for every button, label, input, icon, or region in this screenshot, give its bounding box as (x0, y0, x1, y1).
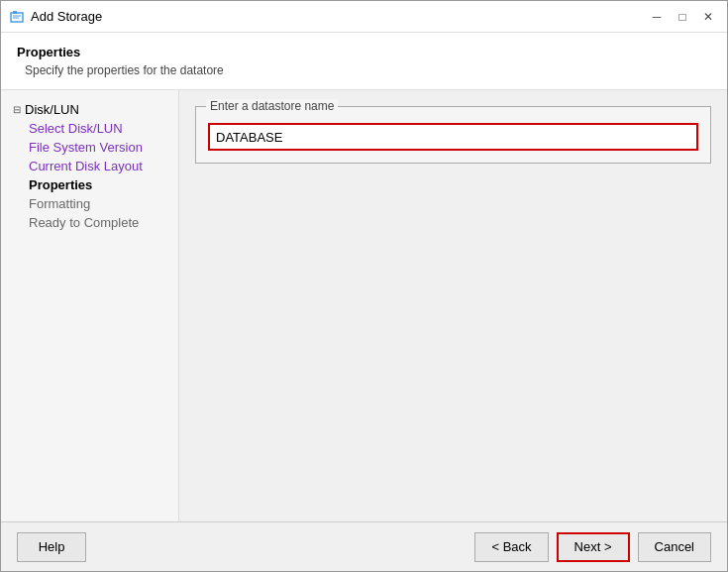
window-icon (9, 9, 25, 25)
expand-icon: ⊟ (13, 104, 21, 115)
footer-right: < Back Next > Cancel (474, 532, 711, 562)
header-section: Properties Specify the properties for th… (1, 33, 727, 90)
footer: Help < Back Next > Cancel (1, 521, 727, 571)
back-button[interactable]: < Back (474, 532, 548, 562)
sidebar-item-disklun[interactable]: ⊟ Disk/LUN (1, 100, 178, 119)
window-title: Add Storage (31, 9, 102, 24)
next-button[interactable]: Next > (557, 532, 630, 562)
minimize-button[interactable]: ─ (646, 6, 668, 28)
sidebar-item-properties: Properties (1, 175, 178, 194)
datastore-name-input[interactable] (208, 123, 698, 151)
cancel-button[interactable]: Cancel (638, 532, 711, 562)
maximize-button[interactable]: □ (672, 6, 693, 28)
sidebar-top-label: Disk/LUN (25, 102, 79, 117)
sidebar-item-select-disk[interactable]: Select Disk/LUN (1, 119, 178, 138)
content-area: Enter a datastore name (179, 90, 727, 521)
header-title: Properties (17, 45, 711, 59)
sidebar-item-formatting: Formatting (1, 194, 178, 213)
svg-rect-1 (13, 11, 17, 14)
main-window: Add Storage ─ □ ✕ Properties Specify the… (0, 0, 728, 572)
sidebar-item-ready: Ready to Complete (1, 213, 178, 232)
main-content: ⊟ Disk/LUN Select Disk/LUN File System V… (1, 90, 727, 521)
title-controls: ─ □ ✕ (646, 6, 719, 28)
fieldset-box: Enter a datastore name (195, 106, 711, 164)
title-bar: Add Storage ─ □ ✕ (1, 1, 727, 33)
sidebar: ⊟ Disk/LUN Select Disk/LUN File System V… (1, 90, 179, 521)
fieldset-legend: Enter a datastore name (206, 99, 338, 113)
close-button[interactable]: ✕ (697, 6, 719, 28)
title-bar-left: Add Storage (9, 9, 102, 25)
sidebar-item-current-disk[interactable]: Current Disk Layout (1, 157, 178, 175)
help-button[interactable]: Help (17, 532, 86, 562)
sidebar-item-file-system[interactable]: File System Version (1, 138, 178, 157)
header-subtitle: Specify the properties for the datatore (25, 63, 711, 77)
